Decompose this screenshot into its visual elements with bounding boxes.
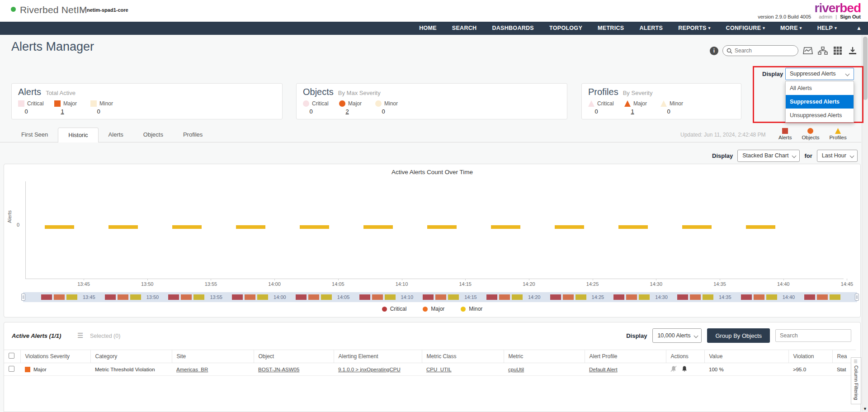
scrubber-bar xyxy=(741,294,752,300)
column-header-site[interactable]: Site xyxy=(172,350,254,363)
collapse-nav-icon[interactable]: ▲ xyxy=(856,25,862,31)
row-checkbox[interactable] xyxy=(9,366,14,372)
metric-link[interactable]: cpuUtil xyxy=(508,367,524,372)
download-icon[interactable] xyxy=(847,45,858,56)
display-option-all-alerts[interactable]: All Alerts xyxy=(786,81,854,95)
column-header-alert_profile[interactable]: Alert Profile xyxy=(585,350,666,363)
square-severity-icon xyxy=(54,100,61,107)
x-tick-label: 13:45 xyxy=(77,281,90,287)
severity-count[interactable]: 2 xyxy=(343,108,352,115)
vertical-scrollbar[interactable]: ▼ xyxy=(862,35,868,412)
summary-card-objects: ObjectsBy Max SeverityCritical0Major2Min… xyxy=(296,83,567,119)
column-header-checkbox[interactable] xyxy=(4,350,20,363)
scrubber-left-handle[interactable] xyxy=(21,294,25,301)
column-filtering-tab[interactable]: ||| Column Filtering xyxy=(851,357,861,404)
display-filter-select[interactable]: Suppressed Alerts xyxy=(785,68,854,80)
column-header-actions[interactable]: Actions xyxy=(666,350,704,363)
alerts-table: Violations SeverityCategorySiteObjectAle… xyxy=(4,350,856,376)
chart-type-select[interactable]: Stacked Bar Chart xyxy=(737,150,800,162)
nav-item-help[interactable]: HELP▾ xyxy=(810,22,844,35)
scrubber-bar xyxy=(613,294,624,300)
nav-item-search[interactable]: SEARCH xyxy=(444,22,485,35)
alert_profile-link[interactable]: Default Alert xyxy=(589,367,618,372)
column-header-value[interactable]: Value xyxy=(704,350,788,363)
topology-view-icon[interactable] xyxy=(817,45,828,56)
column-header-alerting_element[interactable]: Alerting Element xyxy=(334,350,422,363)
x-tick-mark xyxy=(147,279,148,280)
nav-item-metrics[interactable]: METRICS xyxy=(590,22,632,35)
scrollbar-down-arrow-icon[interactable]: ▼ xyxy=(863,407,867,411)
chart-bar xyxy=(172,225,202,229)
tab-profiles[interactable]: Profiles xyxy=(173,128,212,142)
x-tick-mark xyxy=(847,279,847,280)
card-head: ProfilesBy Severity xyxy=(588,87,652,97)
map-view-icon[interactable] xyxy=(802,45,813,56)
severity-text: Major xyxy=(33,367,47,372)
scrubber-group: 13:50 xyxy=(105,292,159,302)
scrubber-time-label: 13:45 xyxy=(83,294,95,300)
tab-alerts[interactable]: Alerts xyxy=(99,128,133,142)
column-header-metric[interactable]: Metric xyxy=(504,350,585,363)
severity-count: 0 xyxy=(379,108,388,115)
time-range-select[interactable]: Last Hour xyxy=(817,150,858,162)
x-tick-label: 14:35 xyxy=(713,281,726,287)
nav-item-home[interactable]: HOME xyxy=(411,22,444,35)
site-link[interactable]: Americas_BR xyxy=(176,367,208,372)
notify-bell-icon[interactable] xyxy=(681,365,688,373)
circle-severity-icon xyxy=(375,100,382,107)
cell-violation: >95.0 xyxy=(788,363,832,376)
nav-item-reports[interactable]: REPORTS▾ xyxy=(670,22,718,35)
scrubber-bar xyxy=(639,294,650,300)
search-input[interactable] xyxy=(735,46,795,55)
scrubber-bar xyxy=(54,294,65,300)
nav-item-dashboards[interactable]: DASHBOARDS xyxy=(484,22,542,35)
column-header-metric_class[interactable]: Metric Class xyxy=(422,350,504,363)
group-by-objects-button[interactable]: Group By Objects xyxy=(707,328,770,343)
tab-first-seen[interactable]: First Seen xyxy=(11,128,58,142)
nav-item-more[interactable]: MORE▾ xyxy=(773,22,810,35)
select-all-checkbox[interactable] xyxy=(9,353,14,359)
unsuppress-bell-icon[interactable] xyxy=(670,365,677,373)
sign-out-link[interactable]: Sign Out xyxy=(840,14,861,19)
scrollbar-thumb[interactable] xyxy=(863,37,868,100)
tab-objects[interactable]: Objects xyxy=(133,128,173,142)
legend-profiles: Profiles xyxy=(829,128,846,140)
severity-row: Critical0Major1Minor0 xyxy=(18,100,127,115)
grid-view-icon[interactable] xyxy=(832,45,843,56)
info-icon[interactable]: i xyxy=(710,47,718,55)
list-menu-icon[interactable]: ☰ xyxy=(77,331,83,340)
alerting_element-link[interactable]: 9.1.0.0 > jnxOperatingCPU xyxy=(338,367,401,372)
scrubber-group: 14:10 xyxy=(359,292,414,302)
tab-historic[interactable]: Historic xyxy=(58,128,98,142)
metric_class-link[interactable]: CPU_UTIL xyxy=(426,367,452,372)
column-header-severity[interactable]: Violations Severity xyxy=(20,350,90,363)
object-link[interactable]: BOST-JN-ASW05 xyxy=(258,367,299,372)
scrubber-group: 14:05 xyxy=(296,292,350,302)
legend-label: Profiles xyxy=(829,135,846,140)
severity-count[interactable]: 1 xyxy=(628,108,637,115)
time-scrubber[interactable]: 13:4513:5013:5514:0014:0514:1014:1514:20… xyxy=(23,292,857,302)
nav-item-alerts[interactable]: ALERTS xyxy=(632,22,670,35)
status-dot-icon xyxy=(11,7,16,12)
page-size-select[interactable]: 10,000 Alerts xyxy=(652,328,702,343)
chart-display-label: Display xyxy=(712,152,733,159)
column-header-category[interactable]: Category xyxy=(90,350,172,363)
nav-item-topology[interactable]: TOPOLOGY xyxy=(542,22,590,35)
nav-item-configure[interactable]: CONFIGURE▾ xyxy=(718,22,773,35)
x-tick-label: 14:25 xyxy=(586,281,599,287)
scrubber-bar xyxy=(766,294,777,300)
chart-legend-critical: Critical xyxy=(382,306,407,312)
severity-label: Critical xyxy=(597,100,614,107)
severity-count[interactable]: 1 xyxy=(58,108,67,115)
severity-item-critical: Critical0 xyxy=(18,100,54,115)
column-header-object[interactable]: Object xyxy=(254,350,334,363)
column-header-violation[interactable]: Violation xyxy=(788,350,832,363)
triangle-icon xyxy=(835,128,841,134)
display-option-suppressed-alerts[interactable]: Suppressed Alerts xyxy=(786,95,854,109)
scrubber-right-handle[interactable] xyxy=(855,294,859,301)
table-search-input[interactable] xyxy=(775,329,851,342)
table-controls: Display 10,000 Alerts Group By Objects xyxy=(626,328,851,343)
card-title: Objects xyxy=(303,87,334,97)
display-option-unsuppressed-alerts[interactable]: Unsuppressed Alerts xyxy=(786,109,854,122)
scrubber-bar xyxy=(232,294,243,300)
